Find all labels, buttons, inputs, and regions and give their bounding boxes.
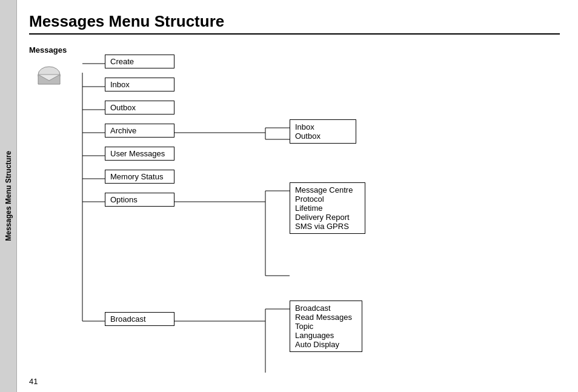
diagram-area: Messages Create Inbox Outbox Archive — [29, 45, 560, 373]
menu-item-inbox: Inbox — [105, 78, 174, 91]
page-title: Messages Menu Structure — [29, 12, 560, 35]
menu-item-options: Options — [105, 193, 174, 207]
messages-icon — [34, 62, 64, 87]
menu-item-memory-status: Memory Status — [105, 170, 174, 184]
archive-sub-outbox: Outbox — [295, 131, 351, 141]
menu-item-create: Create — [105, 55, 174, 68]
page-number: 41 — [29, 377, 38, 386]
options-sub-message-centre: Message Centre — [295, 185, 360, 194]
archive-sub-inbox: Inbox — [295, 122, 351, 131]
sidebar-tab: Messages Menu Structure — [0, 0, 17, 392]
options-sub-lifetime: Lifetime — [295, 204, 360, 213]
sidebar-tab-label: Messages Menu Structure — [4, 151, 13, 241]
options-submenu-box: Message Centre Protocol Lifetime Deliver… — [290, 182, 365, 234]
archive-submenu-box: Inbox Outbox — [290, 119, 356, 144]
options-sub-protocol: Protocol — [295, 194, 360, 204]
menu-item-outbox: Outbox — [105, 101, 174, 115]
options-sub-sms-via-gprs: SMS via GPRS — [295, 222, 360, 231]
broadcast-sub-read-messages: Read Messages — [295, 313, 357, 322]
messages-label: Messages — [29, 45, 67, 55]
menu-item-broadcast: Broadcast — [105, 312, 174, 326]
menu-item-archive: Archive — [105, 124, 174, 138]
options-sub-delivery-report: Delivery Report — [295, 213, 360, 222]
broadcast-sub-languages: Languages — [295, 331, 357, 340]
broadcast-submenu-box: Broadcast Read Messages Topic Languages … — [290, 301, 362, 352]
broadcast-sub-topic: Topic — [295, 322, 357, 331]
broadcast-sub-broadcast: Broadcast — [295, 304, 357, 313]
main-content: Messages Menu Structure — [17, 0, 578, 392]
menu-item-user-messages: User Messages — [105, 147, 174, 161]
broadcast-sub-auto-display: Auto Display — [295, 340, 357, 349]
